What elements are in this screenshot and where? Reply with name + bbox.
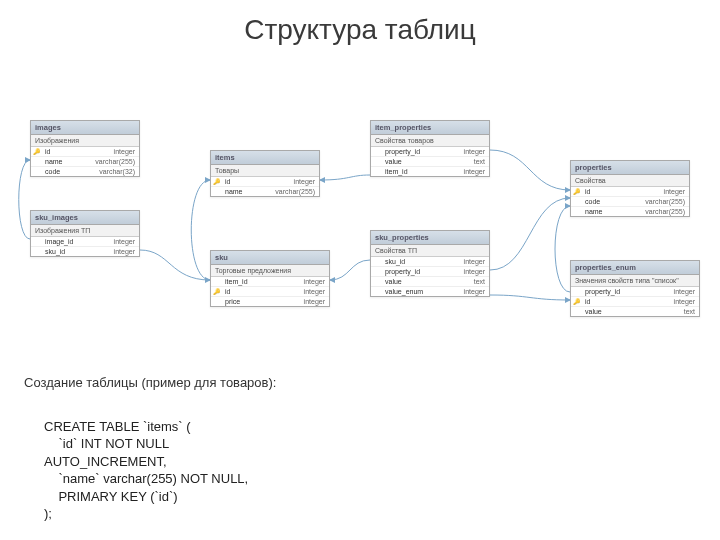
column-name: id: [583, 298, 668, 305]
column-type: integer: [108, 148, 135, 155]
column-type: integer: [298, 288, 325, 295]
table-row: image_idinteger: [31, 237, 139, 247]
table-row: 🔑idinteger: [31, 147, 139, 157]
sql-example: CREATE TABLE `items` ( `id` INT NOT NULL…: [44, 400, 248, 523]
column-name: property_id: [383, 268, 458, 275]
relation-arrow: [490, 198, 570, 270]
column-name: name: [223, 188, 269, 195]
column-type: integer: [458, 258, 485, 265]
table-row: 🔑idinteger: [571, 187, 689, 197]
table-header: images: [31, 121, 139, 135]
column-name: value: [583, 308, 678, 315]
table-header: properties: [571, 161, 689, 175]
table-row: 🔑idinteger: [571, 297, 699, 307]
column-name: price: [223, 298, 298, 305]
column-type: integer: [458, 288, 485, 295]
column-name: name: [43, 158, 89, 165]
column-type: integer: [288, 178, 315, 185]
table-row: item_idinteger: [211, 277, 329, 287]
column-type: integer: [298, 278, 325, 285]
key-icon: 🔑: [33, 148, 43, 155]
column-type: text: [678, 308, 695, 315]
table-header: properties_enum: [571, 261, 699, 275]
column-name: id: [583, 188, 658, 195]
column-name: property_id: [383, 148, 458, 155]
table-label: Товары: [211, 165, 319, 177]
relation-arrow: [140, 250, 210, 280]
relation-arrow: [490, 295, 570, 300]
column-name: code: [43, 168, 93, 175]
column-type: integer: [108, 248, 135, 255]
table-header: items: [211, 151, 319, 165]
table-label: Свойства товаров: [371, 135, 489, 147]
table-label: Значения свойств типа "список": [571, 275, 699, 287]
table-sku_properties: sku_propertiesСвойства ТПsku_idintegerpr…: [370, 230, 490, 297]
table-header: item_properties: [371, 121, 489, 135]
column-name: image_id: [43, 238, 108, 245]
column-name: name: [583, 208, 639, 215]
column-type: integer: [668, 298, 695, 305]
column-name: property_id: [583, 288, 668, 295]
er-diagram: imagesИзображения🔑idintegernamevarchar(2…: [10, 80, 710, 360]
column-name: value: [383, 158, 468, 165]
column-name: value: [383, 278, 468, 285]
table-row: codevarchar(32): [31, 167, 139, 176]
table-row: valuetext: [571, 307, 699, 316]
key-icon: 🔑: [573, 188, 583, 195]
table-header: sku: [211, 251, 329, 265]
table-row: 🔑idinteger: [211, 177, 319, 187]
column-name: id: [223, 178, 288, 185]
table-header: sku_images: [31, 211, 139, 225]
key-icon: 🔑: [213, 288, 223, 295]
column-type: varchar(255): [639, 208, 685, 215]
page-title: Структура таблиц: [0, 0, 720, 54]
table-row: namevarchar(255): [571, 207, 689, 216]
column-type: integer: [458, 148, 485, 155]
table-header: sku_properties: [371, 231, 489, 245]
column-type: varchar(32): [93, 168, 135, 175]
table-properties: propertiesСвойства🔑idintegercodevarchar(…: [570, 160, 690, 217]
table-items: itemsТовары🔑idintegernamevarchar(255): [210, 150, 320, 197]
table-row: property_idinteger: [371, 267, 489, 277]
relation-arrow: [330, 260, 370, 280]
relation-arrow: [555, 206, 570, 292]
table-sku: skuТорговые предложенияitem_idinteger🔑id…: [210, 250, 330, 307]
column-type: integer: [298, 298, 325, 305]
column-type: text: [468, 158, 485, 165]
column-type: varchar(255): [639, 198, 685, 205]
column-name: value_enum: [383, 288, 458, 295]
table-row: property_idinteger: [371, 147, 489, 157]
table-row: value_enuminteger: [371, 287, 489, 296]
column-type: integer: [458, 168, 485, 175]
example-caption: Создание таблицы (пример для товаров):: [24, 375, 276, 390]
key-icon: 🔑: [213, 178, 223, 185]
column-type: integer: [458, 268, 485, 275]
table-sku_images: sku_imagesИзображения ТПimage_idintegers…: [30, 210, 140, 257]
table-item_properties: item_propertiesСвойства товаровproperty_…: [370, 120, 490, 177]
relation-arrow: [191, 180, 210, 280]
relation-arrow: [490, 150, 570, 190]
table-properties_enum: properties_enumЗначения свойств типа "сп…: [570, 260, 700, 317]
column-type: varchar(255): [89, 158, 135, 165]
column-name: id: [43, 148, 108, 155]
table-label: Свойства ТП: [371, 245, 489, 257]
table-row: item_idinteger: [371, 167, 489, 176]
column-name: sku_id: [383, 258, 458, 265]
table-row: namevarchar(255): [31, 157, 139, 167]
table-row: sku_idinteger: [31, 247, 139, 256]
column-type: integer: [668, 288, 695, 295]
table-label: Изображения ТП: [31, 225, 139, 237]
column-type: text: [468, 278, 485, 285]
column-type: integer: [108, 238, 135, 245]
column-name: id: [223, 288, 298, 295]
column-name: item_id: [383, 168, 458, 175]
relation-arrow: [320, 175, 370, 180]
table-label: Свойства: [571, 175, 689, 187]
column-name: item_id: [223, 278, 298, 285]
relation-arrow: [19, 160, 30, 239]
table-row: priceinteger: [211, 297, 329, 306]
table-row: sku_idinteger: [371, 257, 489, 267]
table-label: Торговые предложения: [211, 265, 329, 277]
table-label: Изображения: [31, 135, 139, 147]
column-name: code: [583, 198, 639, 205]
